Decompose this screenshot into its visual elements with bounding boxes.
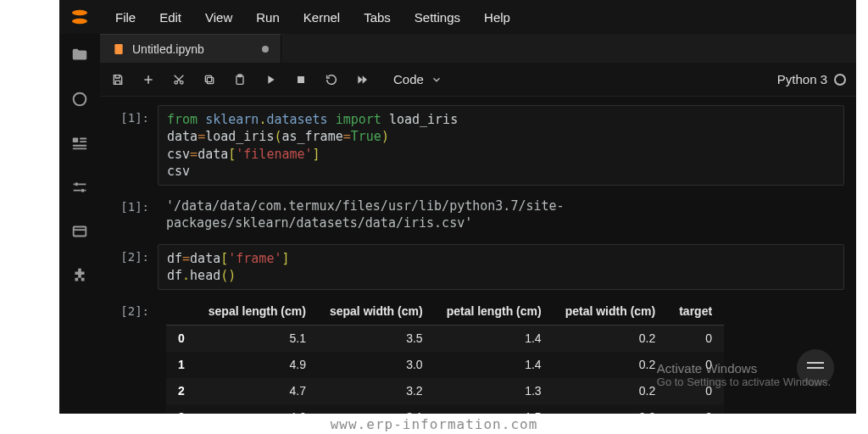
svg-point-13 [181,81,183,83]
df-col-header: sepal length (cm) [197,298,318,325]
svg-rect-10 [74,227,86,236]
df-cell: 0 [667,325,724,351]
menubar: FileEditViewRunKernelTabsSettingsHelp [59,0,856,34]
source-url: www.erp-information.com [0,416,868,432]
svg-point-2 [74,93,86,106]
df-col-header: sepal width (cm) [318,298,435,325]
add-cell-button[interactable] [141,72,156,87]
df-cell: 0.2 [554,378,668,404]
df-col-header: petal length (cm) [435,298,554,325]
svg-point-9 [81,189,85,192]
tab-title: Untitled.ipynb [132,42,204,56]
df-cell: 0 [667,378,724,404]
jupyterlab-window: FileEditViewRunKernelTabsSettingsHelp Un… [59,0,856,414]
dataframe-output: sepal length (cm)sepal width (cm)petal l… [158,298,844,414]
output-row: [2]: sepal length (cm)sepal width (cm)pe… [105,298,844,414]
df-cell: 5.1 [197,325,318,351]
cell-type-select[interactable]: Code [393,72,442,86]
copy-button[interactable] [202,72,217,87]
output-prompt: [2]: [105,298,158,320]
menu-settings[interactable]: Settings [404,7,470,28]
commands-icon[interactable] [70,134,89,153]
menu-help[interactable]: Help [474,7,520,28]
df-index: 3 [166,404,197,414]
svg-rect-3 [73,138,78,143]
restart-button[interactable] [324,72,339,87]
svg-rect-5 [80,141,86,142]
folder-icon[interactable] [70,46,89,64]
svg-rect-18 [298,76,304,83]
svg-point-12 [175,81,177,83]
code-cell[interactable]: [2]: df=data['frame'] df.head() [105,244,844,291]
tab-untitled[interactable]: Untitled.ipynb [100,34,281,63]
svg-point-0 [72,10,87,15]
run-all-button[interactable] [354,72,370,87]
df-cell: 1.5 [435,404,554,414]
table-row: 14.93.01.40.20 [166,352,724,378]
cell-type-label: Code [393,72,424,86]
code-editor[interactable]: df=data['frame'] df.head() [158,244,844,291]
extension-icon[interactable] [70,266,89,285]
df-cell: 0.2 [554,325,668,351]
code-cell[interactable]: [1]: from sklearn.datasets import load_i… [105,105,844,186]
df-index: 2 [166,378,197,404]
df-cell: 4.9 [197,352,318,378]
df-cell: 1.4 [435,352,554,378]
svg-rect-6 [73,145,87,147]
floating-menu-icon[interactable] [797,349,834,387]
df-cell: 4.7 [197,378,318,404]
df-cell: 3.0 [318,352,435,378]
table-row: 05.13.51.40.20 [166,325,724,351]
svg-rect-4 [80,138,86,140]
menu-kernel[interactable]: Kernel [293,7,350,28]
tabs-icon[interactable] [70,222,89,241]
dataframe-table: sepal length (cm)sepal width (cm)petal l… [166,298,724,414]
svg-rect-7 [73,148,87,150]
notebook-icon [112,42,125,56]
svg-point-1 [72,19,87,24]
activity-bar [59,34,100,414]
df-col-header: petal width (cm) [554,298,668,325]
df-cell: 3.2 [318,378,435,404]
chevron-down-icon [431,74,442,86]
svg-rect-14 [207,77,213,83]
output-row: [1]: '/data/data/com.termux/files/usr/li… [105,194,844,236]
menu-view[interactable]: View [195,7,242,28]
running-icon[interactable] [70,90,89,108]
kernel-name: Python 3 [777,72,827,86]
df-cell: 1.4 [435,325,554,351]
menu-run[interactable]: Run [246,7,290,28]
table-row: 24.73.21.30.20 [166,378,724,404]
df-col-header: target [667,298,724,325]
df-cell: 0 [667,352,724,378]
notebook-body[interactable]: [1]: from sklearn.datasets import load_i… [100,97,856,414]
dirty-indicator-icon [262,46,269,53]
input-prompt: [1]: [105,105,158,126]
tab-bar: Untitled.ipynb [100,34,856,63]
settings-icon[interactable] [70,178,89,197]
text-output: '/data/data/com.termux/files/usr/lib/pyt… [158,194,844,236]
run-button[interactable] [263,72,278,87]
paste-button[interactable] [232,72,248,87]
df-cell: 4.6 [197,404,318,414]
code-editor[interactable]: from sklearn.datasets import load_iris d… [158,105,844,186]
df-index: 1 [166,352,197,378]
df-cell: 1.3 [435,378,554,404]
df-cell: 0.2 [554,404,668,414]
df-cell: 0.2 [554,352,668,378]
svg-rect-11 [114,44,122,54]
save-button[interactable] [110,72,125,87]
stop-button[interactable] [293,72,309,87]
cut-button[interactable] [171,72,186,87]
menu-tabs[interactable]: Tabs [353,7,401,28]
kernel-indicator[interactable]: Python 3 [777,72,846,86]
main-panel: Untitled.ipynb Code Python [100,34,856,414]
jupyter-logo-icon [68,5,92,29]
input-prompt: [2]: [105,244,158,265]
kernel-status-icon [834,74,846,86]
menu-edit[interactable]: Edit [149,7,192,28]
df-cell: 3.1 [318,404,435,414]
menu-file[interactable]: File [105,7,146,28]
df-index: 0 [166,325,197,351]
notebook-toolbar: Code Python 3 [100,63,856,97]
